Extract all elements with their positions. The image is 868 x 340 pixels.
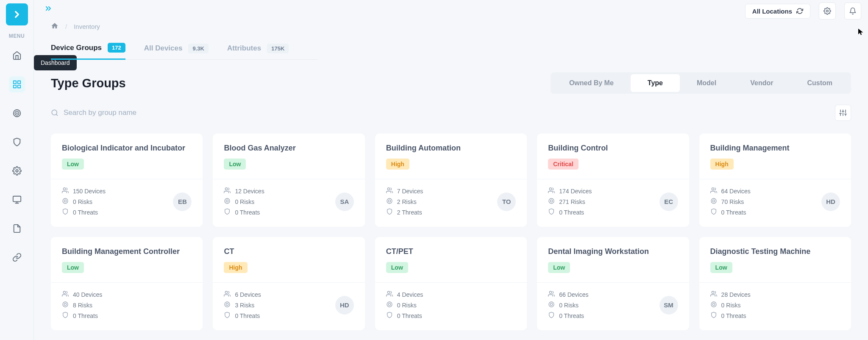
stat-devices: 6 Devices <box>224 290 261 298</box>
link-icon <box>12 253 22 262</box>
group-card[interactable]: Biological Indicator and Incubator Low 1… <box>51 134 203 227</box>
devices-icon <box>224 290 231 298</box>
stat-devices: 12 Devices <box>224 187 264 195</box>
stat-devices: 66 Devices <box>548 290 588 298</box>
card-title: CT/PET <box>386 247 516 256</box>
group-card[interactable]: Diagnostic Testing Machine Low 28 Device… <box>699 237 851 330</box>
tab-count-badge: 172 <box>108 43 125 53</box>
stat-risks: 0 Risks <box>548 301 588 309</box>
stat-devices: 4 Devices <box>386 290 423 298</box>
stat-risks: 0 Risks <box>62 198 106 206</box>
filter-tab-owned-by-me[interactable]: Owned By Me <box>552 74 631 92</box>
tab-all-devices[interactable]: All Devices9.3K <box>144 44 209 59</box>
devices-icon <box>710 290 717 298</box>
card-title: Building Automation <box>386 144 516 153</box>
filter-tab-custom[interactable]: Custom <box>790 74 849 92</box>
svg-point-51 <box>711 302 716 307</box>
breadcrumb-home[interactable] <box>51 22 58 31</box>
devices-icon <box>548 187 555 195</box>
stat-threats: 0 Threats <box>224 208 264 216</box>
svg-point-31 <box>388 200 390 202</box>
risk-badge: Low <box>224 159 246 170</box>
svg-point-38 <box>63 291 65 293</box>
filter-tab-type[interactable]: Type <box>631 74 680 92</box>
target-icon <box>710 301 717 309</box>
search-input[interactable] <box>64 109 233 117</box>
svg-rect-3 <box>13 85 16 88</box>
risk-badge: High <box>710 159 734 170</box>
menu-label: MENU <box>9 33 25 39</box>
nav-file[interactable] <box>9 220 25 237</box>
group-card[interactable]: Building Control Critical 174 Devices 27… <box>537 134 689 227</box>
card-title: Biological Indicator and Incubator <box>62 144 192 153</box>
cards-grid: Biological Indicator and Incubator Low 1… <box>51 134 851 330</box>
risk-badge: Critical <box>548 159 578 170</box>
svg-point-44 <box>387 291 389 293</box>
sliders-icon <box>839 109 847 117</box>
group-card[interactable]: Building Management Controller Low 40 De… <box>51 237 203 330</box>
svg-point-7 <box>16 170 18 172</box>
stat-threats: 0 Threats <box>710 312 751 320</box>
svg-point-29 <box>387 188 389 190</box>
svg-point-30 <box>387 198 392 203</box>
group-card[interactable]: CT/PET Low 4 Devices 0 Risks 0 Threats <box>375 237 527 330</box>
filter-tab-vendor[interactable]: Vendor <box>733 74 790 92</box>
svg-point-39 <box>63 302 68 307</box>
card-title: Building Management Controller <box>62 247 192 256</box>
svg-point-28 <box>226 200 228 202</box>
target-icon <box>224 198 231 206</box>
svg-point-47 <box>550 291 552 293</box>
nav-gear[interactable] <box>9 163 25 179</box>
stat-devices: 28 Devices <box>710 290 751 298</box>
svg-point-40 <box>64 303 66 305</box>
gear-icon <box>823 7 831 15</box>
tab-attributes[interactable]: Attributes175K <box>227 44 289 59</box>
nav-shield[interactable] <box>9 134 25 150</box>
svg-point-34 <box>551 200 553 202</box>
filter-tab-model[interactable]: Model <box>680 74 733 92</box>
svg-rect-8 <box>13 196 20 202</box>
risk-badge: Low <box>548 262 570 273</box>
devices-icon <box>386 187 393 195</box>
stat-devices: 150 Devices <box>62 187 106 195</box>
group-card[interactable]: Building Automation High 7 Devices 2 Ris… <box>375 134 527 227</box>
tab-device-groups[interactable]: Device Groups172 <box>51 43 125 60</box>
svg-point-32 <box>550 188 552 190</box>
target-icon <box>62 301 69 309</box>
risk-badge: Low <box>710 262 732 273</box>
refresh-icon <box>796 8 803 14</box>
card-title: Diagnostic Testing Machine <box>710 247 840 256</box>
svg-rect-2 <box>17 85 20 88</box>
svg-point-6 <box>17 113 17 114</box>
shield-icon <box>548 208 555 216</box>
nav-target[interactable] <box>9 105 25 121</box>
app-logo[interactable] <box>6 3 28 25</box>
search-icon <box>51 109 58 117</box>
card-title: Blood Gas Analyzer <box>224 144 353 153</box>
nav-monitor[interactable] <box>9 192 25 208</box>
nav-inventory[interactable] <box>9 76 25 92</box>
stat-risks: 0 Risks <box>386 301 423 309</box>
stat-threats: 0 Threats <box>548 208 592 216</box>
nav-link[interactable] <box>9 249 25 265</box>
avatar: HD <box>335 296 354 315</box>
devices-icon <box>62 187 69 195</box>
risk-badge: Low <box>62 159 84 170</box>
svg-point-45 <box>387 302 392 307</box>
location-selector[interactable]: All Locations <box>745 4 810 19</box>
group-card[interactable]: Dental Imaging Workstation Low 66 Device… <box>537 237 689 330</box>
risk-badge: High <box>386 159 409 170</box>
avatar: HD <box>821 192 840 211</box>
nav-dashboard[interactable] <box>9 47 25 64</box>
breadcrumb-current: Inventory <box>74 23 100 30</box>
avatar: SM <box>659 296 678 315</box>
group-card[interactable]: Blood Gas Analyzer Low 12 Devices 0 Risk… <box>213 134 364 227</box>
filter-settings-button[interactable] <box>835 105 851 121</box>
expand-sidebar-button[interactable] <box>42 3 54 14</box>
group-card[interactable]: Building Management High 64 Devices 70 R… <box>699 134 851 227</box>
devices-icon <box>386 290 393 298</box>
bell-icon <box>849 7 857 15</box>
main-content: / Inventory Device Groups172All Devices9… <box>34 17 868 340</box>
group-card[interactable]: CT High 6 Devices 3 Risks 0 Threats HD <box>213 237 364 330</box>
tab-count-badge: 9.3K <box>188 44 208 53</box>
